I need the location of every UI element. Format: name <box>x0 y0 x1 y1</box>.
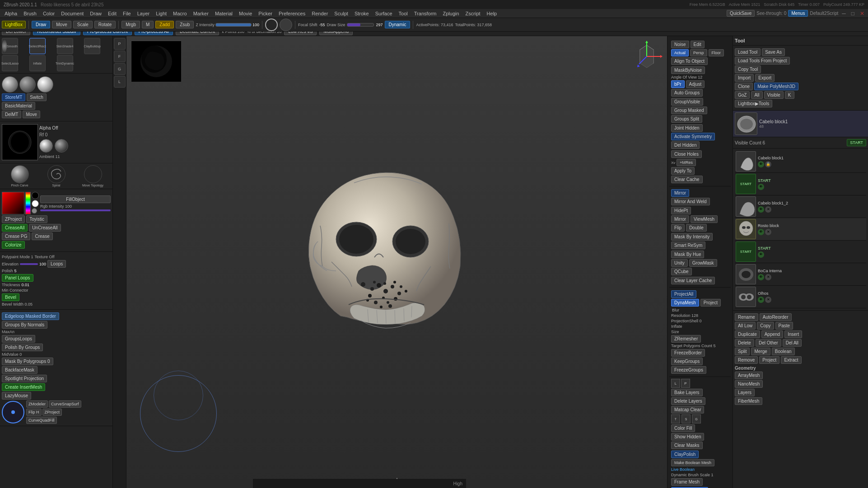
elevation-slider[interactable] <box>20 263 38 265</box>
boolean-button[interactable]: Boolean <box>772 348 795 355</box>
close-button[interactable]: ✕ <box>858 10 866 17</box>
clear-cache-button[interactable]: Clear Cache <box>671 176 703 183</box>
move-btn2[interactable]: Move <box>23 111 40 118</box>
menu-marker[interactable]: Marker <box>191 10 211 17</box>
draw-size-slider[interactable] <box>347 23 374 27</box>
noise-button[interactable]: Noise <box>671 41 689 48</box>
tool-x-button2[interactable]: ✕ <box>765 229 771 235</box>
foreground-color[interactable] <box>32 192 39 199</box>
del-other-button[interactable]: Del Other <box>756 339 781 347</box>
fill-object-button[interactable]: FillObject <box>40 195 111 203</box>
duplicate-button[interactable]: Duplicate <box>735 330 760 338</box>
tool-x-button4[interactable]: ✕ <box>765 297 771 303</box>
brush-inflate[interactable]: Inflate <box>29 55 46 71</box>
background-color[interactable] <box>32 200 39 207</box>
clear-masks-button[interactable]: Clear Masks <box>671 442 703 449</box>
menu-draw[interactable]: Draw <box>87 10 104 17</box>
mirror2-button[interactable]: Mirror <box>671 215 689 223</box>
tool-item-boca[interactable]: BoCa Interna 👁 ✕ <box>735 263 866 286</box>
merge-button[interactable]: Merge <box>751 348 770 355</box>
clear-layer-cache-button[interactable]: Clear Layer Cache <box>671 277 715 284</box>
zmodeler-button[interactable]: ZModeler <box>26 400 48 408</box>
menu-zscript[interactable]: Zscript <box>463 10 483 17</box>
dynaMesh-button[interactable]: DynaMesh <box>671 299 699 307</box>
crease-all-button[interactable]: CreaseAll <box>2 224 28 232</box>
copy-tool-button[interactable]: Copy Tool <box>735 65 761 73</box>
del-mt-button[interactable]: DelMT <box>2 111 21 118</box>
bake-layers-button[interactable]: Bake Layers <box>671 389 703 396</box>
menu-help[interactable]: Help <box>484 10 500 17</box>
floor-btn[interactable]: Floor <box>709 49 724 56</box>
move-button[interactable]: Move <box>52 21 71 28</box>
start-button[interactable]: START <box>847 139 866 146</box>
qcube-button[interactable]: QCube <box>671 268 692 275</box>
make-boolean-mesh-button[interactable]: Make Boolean Mesh <box>671 459 714 466</box>
mrgb-button[interactable]: Mrgb <box>121 21 140 28</box>
load-from-project-button[interactable]: Load Tools From Project <box>735 57 790 65</box>
mask-by-polygroups-button[interactable]: Mask By Polygroups 0 <box>2 358 53 365</box>
zsub-button[interactable]: Zsub <box>176 21 194 28</box>
plus-button[interactable]: +MRes <box>677 159 696 166</box>
menu-render[interactable]: Render <box>309 10 331 17</box>
lightbox-tools-button[interactable]: Lightbox▶Tools <box>735 100 772 107</box>
tool-x-button3[interactable]: ✕ <box>765 274 771 280</box>
menu-edit[interactable]: Edit <box>105 10 119 17</box>
backface-mask-button[interactable]: BackfaceMask <box>2 366 37 374</box>
flip-button[interactable]: Flip <box>671 224 685 232</box>
freeze-border-button[interactable]: FreezeBorder <box>671 349 705 357</box>
lightbox-button[interactable]: LightBox <box>2 21 26 28</box>
color-sphere[interactable] <box>39 139 53 153</box>
menu-file[interactable]: File <box>120 10 134 17</box>
draw-button[interactable]: Draw <box>32 21 50 28</box>
tool-eye-button5[interactable]: 👁 <box>758 251 764 258</box>
hide-pt-button[interactable]: HidePt <box>671 207 691 214</box>
tool-eye-button3[interactable]: 👁 <box>758 206 764 213</box>
del-hidden-button[interactable]: Del Hidden <box>671 141 700 149</box>
brush-spiral[interactable]: Spiral <box>38 165 74 187</box>
clay-polish-button[interactable]: ClayPolish <box>671 451 699 458</box>
unity-button[interactable]: Unity <box>671 259 688 267</box>
brush-pinch-carve[interactable]: Pinch Carve <box>2 165 37 187</box>
make-polymesh3d-button[interactable]: Make PolyMesh3D <box>754 83 798 90</box>
un-crease-all-button[interactable]: UnCreaseAll <box>29 224 61 232</box>
loops-button[interactable]: Loops <box>47 260 66 268</box>
icon-persp[interactable]: P <box>114 38 126 50</box>
apply-to-button[interactable]: Apply To <box>671 167 695 175</box>
grow-mask-button[interactable]: GrowMask <box>689 259 717 267</box>
rename-button[interactable]: Rename <box>735 313 758 321</box>
menu-movie[interactable]: Movie <box>236 10 255 17</box>
menu-brush[interactable]: Brush <box>21 10 39 17</box>
tool-eye-button2[interactable]: 👁 <box>758 184 764 190</box>
maximize-button[interactable]: □ <box>849 10 856 17</box>
rotate-button[interactable]: Rotate <box>94 21 116 28</box>
mat-cap-sphere[interactable] <box>19 76 36 93</box>
color-hue-band[interactable] <box>25 192 31 214</box>
curve-quad-fill-button[interactable]: CurveQuadFill <box>26 417 57 424</box>
matcap-clear-button[interactable]: Matcap Clear <box>671 406 704 414</box>
zproject-button2[interactable]: ZProject <box>42 409 62 416</box>
menu-preferences[interactable]: Preferences <box>276 10 308 17</box>
insert-button[interactable]: Insert <box>784 330 802 338</box>
icon-floor[interactable]: F <box>114 51 126 62</box>
tool-item-olhos[interactable]: Olhos 👁 ✕ <box>735 286 866 308</box>
poly-icon[interactable]: P <box>681 379 690 388</box>
inflate-sphere[interactable] <box>37 76 53 93</box>
frame-mesh-button[interactable]: Frame Mesh <box>671 478 703 486</box>
scale-button[interactable]: Scale <box>73 21 93 28</box>
tool-item-start2[interactable]: START START 👁 <box>735 241 866 263</box>
polish-by-groups-button[interactable]: Polish By Groups <box>2 344 43 351</box>
bpr-button[interactable]: bPr <box>671 80 685 88</box>
brush-trim-dynamic[interactable]: TrimDynamic <box>57 55 73 71</box>
delete-button[interactable]: Delete <box>735 339 754 347</box>
ghost-icon[interactable]: G <box>692 414 701 423</box>
tool-item-cabelo2[interactable]: Cabelo block1_2 👁 ✕ <box>735 195 866 218</box>
quick-save-button[interactable]: QuickSave <box>727 10 755 17</box>
all-low-button[interactable]: All Low <box>735 322 756 330</box>
tool-x-button[interactable]: ✕ <box>765 206 771 213</box>
menu-alpha[interactable]: Alpha <box>2 10 20 17</box>
k-button[interactable]: K <box>785 91 794 99</box>
store-mt-button[interactable]: StoreMT <box>2 93 25 101</box>
icon-grid[interactable]: G <box>114 63 126 75</box>
menu-light[interactable]: Light <box>153 10 169 17</box>
load-tool-button[interactable]: Load Tool <box>735 48 761 56</box>
